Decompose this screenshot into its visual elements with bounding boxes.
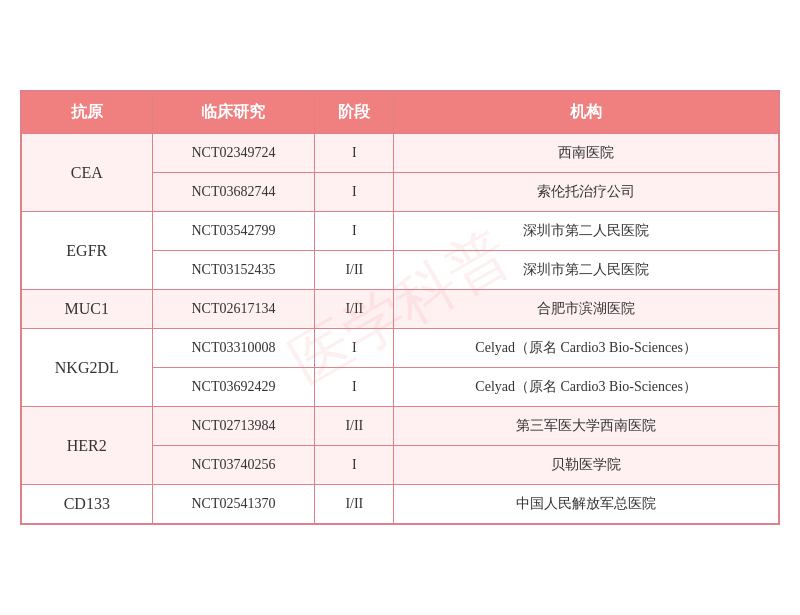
header-institution: 机构 — [394, 92, 779, 134]
header-row: 抗原 临床研究 阶段 机构 — [22, 92, 779, 134]
institution-cell: Celyad（原名 Cardio3 Bio-Sciences） — [394, 329, 779, 368]
antigen-cell: EGFR — [22, 212, 153, 290]
page-container: 医学科普 抗原 临床研究 阶段 机构 CEANCT02349724I西南医院NC… — [0, 70, 800, 545]
table-wrapper: 抗原 临床研究 阶段 机构 CEANCT02349724I西南医院NCT0368… — [20, 90, 780, 525]
table-row: EGFRNCT03542799I深圳市第二人民医院 — [22, 212, 779, 251]
trial-cell: NCT03682744 — [152, 173, 315, 212]
institution-cell: 贝勒医学院 — [394, 446, 779, 485]
trial-cell: NCT03542799 — [152, 212, 315, 251]
trial-cell: NCT02541370 — [152, 485, 315, 524]
institution-cell: 第三军医大学西南医院 — [394, 407, 779, 446]
table-row: CD133NCT02541370I/II中国人民解放军总医院 — [22, 485, 779, 524]
antigen-cell: CD133 — [22, 485, 153, 524]
institution-cell: 中国人民解放军总医院 — [394, 485, 779, 524]
table-row: CEANCT02349724I西南医院 — [22, 134, 779, 173]
institution-cell: 深圳市第二人民医院 — [394, 251, 779, 290]
trial-cell: NCT02617134 — [152, 290, 315, 329]
table-row: MUC1NCT02617134I/II合肥市滨湖医院 — [22, 290, 779, 329]
trial-cell: NCT02349724 — [152, 134, 315, 173]
phase-cell: I — [315, 173, 394, 212]
header-phase: 阶段 — [315, 92, 394, 134]
institution-cell: 索伦托治疗公司 — [394, 173, 779, 212]
antigen-cell: CEA — [22, 134, 153, 212]
institution-cell: 深圳市第二人民医院 — [394, 212, 779, 251]
header-trial: 临床研究 — [152, 92, 315, 134]
phase-cell: I/II — [315, 251, 394, 290]
trial-cell: NCT03740256 — [152, 446, 315, 485]
phase-cell: I — [315, 446, 394, 485]
phase-cell: I/II — [315, 290, 394, 329]
clinical-trials-table: 抗原 临床研究 阶段 机构 CEANCT02349724I西南医院NCT0368… — [21, 91, 779, 524]
phase-cell: I — [315, 329, 394, 368]
phase-cell: I — [315, 134, 394, 173]
antigen-cell: MUC1 — [22, 290, 153, 329]
phase-cell: I — [315, 368, 394, 407]
trial-cell: NCT02713984 — [152, 407, 315, 446]
trial-cell: NCT03152435 — [152, 251, 315, 290]
phase-cell: I/II — [315, 485, 394, 524]
trial-cell: NCT03310008 — [152, 329, 315, 368]
antigen-cell: HER2 — [22, 407, 153, 485]
phase-cell: I/II — [315, 407, 394, 446]
table-row: NKG2DLNCT03310008ICelyad（原名 Cardio3 Bio-… — [22, 329, 779, 368]
header-antigen: 抗原 — [22, 92, 153, 134]
institution-cell: Celyad（原名 Cardio3 Bio-Sciences） — [394, 368, 779, 407]
trial-cell: NCT03692429 — [152, 368, 315, 407]
phase-cell: I — [315, 212, 394, 251]
institution-cell: 西南医院 — [394, 134, 779, 173]
table-row: HER2NCT02713984I/II第三军医大学西南医院 — [22, 407, 779, 446]
institution-cell: 合肥市滨湖医院 — [394, 290, 779, 329]
antigen-cell: NKG2DL — [22, 329, 153, 407]
